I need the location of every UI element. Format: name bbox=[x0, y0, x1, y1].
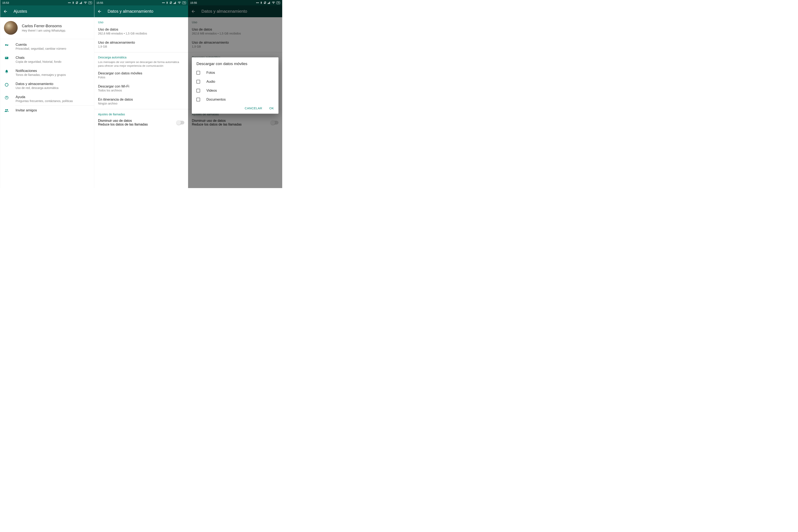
svg-rect-23 bbox=[269, 2, 270, 4]
bell-icon bbox=[4, 70, 9, 74]
mute-icon bbox=[264, 1, 266, 4]
status-icons: ••• 78 bbox=[256, 1, 280, 4]
svg-rect-4 bbox=[81, 2, 82, 4]
item-storage-usage[interactable]: Uso de almacenamiento 1,9 GB bbox=[94, 38, 188, 51]
setting-label: Cuenta bbox=[16, 43, 66, 46]
svg-rect-7 bbox=[5, 58, 7, 58]
svg-rect-2 bbox=[80, 3, 81, 4]
svg-rect-6 bbox=[5, 57, 8, 59]
setting-item-chats[interactable]: Chats Copia de seguridad, historial, fon… bbox=[0, 53, 94, 66]
profile-row[interactable]: Carlos Ferrer-Bonsoms Hey there! I am us… bbox=[0, 17, 94, 39]
bluetooth-icon bbox=[166, 1, 168, 4]
screen-data-storage: 15:55 ••• 78 Datos y almacenamiento Uso … bbox=[94, 0, 188, 188]
item-label: Descargar con Wi-Fi bbox=[98, 84, 185, 88]
setting-label: Datos y almacenamiento bbox=[16, 82, 58, 86]
setting-sub: Uso de red, descarga automática bbox=[16, 86, 58, 90]
item-download-roaming[interactable]: En itinerancia de datos Ningún archivo bbox=[94, 95, 188, 108]
clock: 15:55 bbox=[190, 1, 197, 4]
mute-icon bbox=[169, 1, 172, 4]
item-label: Disminuir uso de datos bbox=[98, 119, 148, 122]
option-label: Videos bbox=[206, 89, 217, 93]
cancel-button[interactable]: CANCELAR bbox=[245, 107, 262, 110]
checkbox[interactable] bbox=[196, 71, 200, 75]
appbar: Ajustes bbox=[0, 5, 94, 17]
option-label: Documentos bbox=[206, 97, 226, 101]
mute-icon bbox=[75, 1, 78, 4]
dots-icon: ••• bbox=[256, 1, 259, 4]
avatar bbox=[4, 21, 18, 35]
item-sub: Todos los archivos bbox=[98, 89, 185, 92]
svg-point-11 bbox=[5, 109, 7, 111]
item-download-wifi[interactable]: Descargar con Wi-Fi Todos los archivos bbox=[94, 82, 188, 95]
checkbox[interactable] bbox=[196, 89, 200, 93]
toggle-switch[interactable] bbox=[177, 121, 184, 125]
wifi-icon bbox=[178, 1, 181, 4]
checkbox[interactable] bbox=[196, 80, 200, 83]
signal-icon bbox=[268, 1, 270, 4]
svg-rect-17 bbox=[175, 2, 176, 4]
setting-sub: Tonos de llamadas, mensajes y grupos bbox=[16, 73, 66, 76]
profile-status: Hey there! I am using WhatsApp. bbox=[22, 29, 66, 32]
back-arrow-icon bbox=[3, 9, 8, 14]
option-label: Audio bbox=[206, 80, 215, 83]
status-bar: 15:55 ••• 78 bbox=[188, 0, 282, 5]
help-icon bbox=[4, 96, 9, 100]
setting-label: Ayuda bbox=[16, 95, 73, 99]
signal-icon bbox=[173, 1, 176, 4]
checkbox[interactable] bbox=[196, 98, 200, 101]
setting-sub: Copia de seguridad, historial, fondo bbox=[16, 60, 61, 63]
dots-icon: ••• bbox=[68, 1, 71, 4]
item-sub: 1,9 GB bbox=[98, 45, 185, 48]
chat-icon bbox=[4, 56, 9, 60]
section-header-usage: Uso bbox=[94, 17, 188, 25]
item-download-mobile[interactable]: Descargar con datos móviles Fotos bbox=[94, 69, 188, 82]
back-arrow-icon bbox=[97, 9, 102, 14]
status-bar: 15:55 ••• 78 bbox=[94, 0, 188, 5]
svg-rect-1 bbox=[80, 3, 80, 4]
key-icon bbox=[4, 43, 9, 48]
bluetooth-icon bbox=[260, 1, 262, 4]
status-icons: ••• 78 bbox=[68, 1, 92, 4]
screen-data-storage-dialog: 15:55 ••• 78 Datos y almacenamiento Uso … bbox=[188, 0, 282, 188]
clock: 15:53 bbox=[2, 1, 9, 4]
section-header-autodownload: Descarga automática bbox=[94, 52, 188, 60]
svg-point-12 bbox=[7, 109, 8, 111]
svg-point-8 bbox=[5, 83, 8, 87]
setting-item-data[interactable]: Datos y almacenamiento Uso de red, desca… bbox=[0, 79, 94, 92]
battery-icon: 78 bbox=[182, 1, 186, 4]
option-label: Fotos bbox=[206, 71, 215, 75]
item-label: Descargar con datos móviles bbox=[98, 71, 185, 75]
setting-item-notifications[interactable]: Notificaciones Tonos de llamadas, mensaj… bbox=[0, 66, 94, 79]
svg-rect-16 bbox=[175, 2, 175, 4]
ok-button[interactable]: OK bbox=[269, 107, 274, 110]
svg-point-18 bbox=[179, 3, 179, 4]
item-data-usage[interactable]: Uso de datos 262,6 MB enviados • 1,5 GB … bbox=[94, 25, 188, 38]
appbar-title: Datos y almacenamiento bbox=[108, 9, 153, 14]
item-low-data-calls[interactable]: Disminuir uso de datos Reduce los datos … bbox=[94, 117, 188, 129]
dialog-option-audio[interactable]: Audio bbox=[192, 77, 279, 86]
setting-sub: Preguntas frecuentes, contáctanos, polít… bbox=[16, 99, 73, 103]
dialog-option-videos[interactable]: Videos bbox=[192, 86, 279, 95]
setting-item-invite[interactable]: Invitar amigos bbox=[0, 106, 94, 115]
back-button[interactable] bbox=[97, 9, 102, 14]
svg-rect-3 bbox=[81, 2, 81, 4]
people-icon bbox=[4, 109, 9, 112]
svg-rect-20 bbox=[268, 3, 268, 4]
dialog-option-documentos[interactable]: Documentos bbox=[192, 95, 279, 104]
item-sub: Reduce los datos de las llamadas bbox=[98, 122, 148, 126]
appbar-title: Ajustes bbox=[14, 9, 27, 14]
bluetooth-icon bbox=[72, 1, 74, 4]
dialog-option-fotos[interactable]: Fotos bbox=[192, 68, 279, 77]
item-label: Uso de almacenamiento bbox=[98, 40, 185, 44]
setting-item-help[interactable]: Ayuda Preguntas frecuentes, contáctanos,… bbox=[0, 92, 94, 106]
profile-name: Carlos Ferrer-Bonsoms bbox=[22, 24, 66, 28]
setting-item-account[interactable]: Cuenta Privacidad, seguridad, cambiar nú… bbox=[0, 40, 94, 53]
back-button[interactable] bbox=[3, 9, 8, 14]
section-note: Los mensajes de voz siempre se descargan… bbox=[94, 60, 188, 69]
wifi-icon bbox=[84, 1, 87, 4]
screen-settings: 15:53 ••• 78 Ajustes Carlos Ferrer-Bonso… bbox=[0, 0, 94, 188]
status-icons: ••• 78 bbox=[162, 1, 186, 4]
setting-label: Notificaciones bbox=[16, 69, 66, 73]
appbar: Datos y almacenamiento bbox=[94, 5, 188, 17]
svg-rect-22 bbox=[269, 2, 269, 4]
